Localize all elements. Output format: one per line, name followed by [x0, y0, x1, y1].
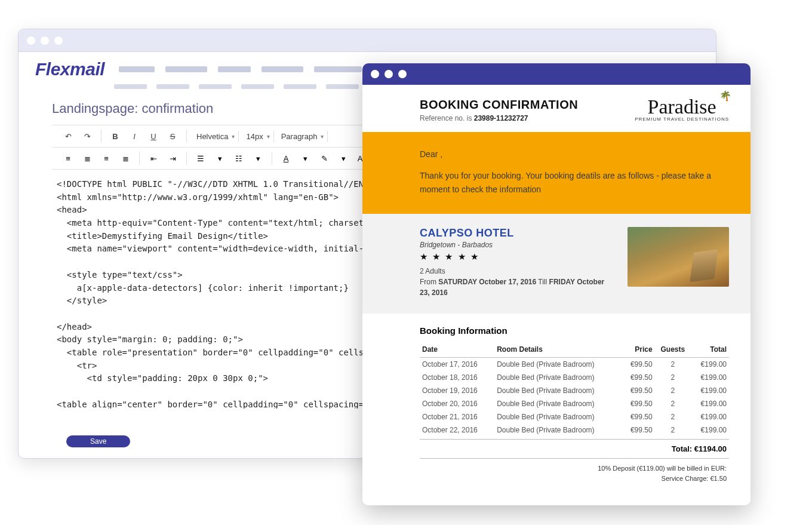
hotel-meta: 2 Adults From SATURDAY October 17, 2016 … — [420, 266, 613, 298]
confirmation-header: BOOKING CONFIRMATION Reference no. is 23… — [362, 85, 751, 132]
brand-logo: Flexmail — [35, 59, 104, 79]
strike-button[interactable]: S — [165, 129, 180, 143]
cell-price: €99.50 — [622, 371, 655, 384]
hotel-guests: 2 Adults — [420, 266, 613, 277]
brand-name: Paradise 🌴 — [635, 98, 729, 116]
cell-guests: 2 — [655, 358, 691, 372]
list-style2-button[interactable]: ▾ — [250, 151, 266, 165]
table-row: October 19, 2016Double Bed (Private Badr… — [420, 384, 729, 397]
preview-window: BOOKING CONFIRMATION Reference no. is 23… — [362, 63, 751, 505]
reference-label: Reference no. is — [420, 114, 474, 122]
block-format-select[interactable]: Paragraph ▾ — [278, 131, 328, 142]
table-row: October 18, 2016Double Bed (Private Badr… — [420, 371, 729, 384]
cell-guests: 2 — [655, 384, 691, 397]
align-center-button[interactable]: ≣ — [79, 151, 95, 165]
reference-value: 23989-11232727 — [474, 114, 528, 122]
window-dot[interactable] — [54, 36, 63, 45]
col-price: Price — [622, 342, 655, 358]
window-dot[interactable] — [398, 70, 407, 78]
highlight-button[interactable]: ✎ — [316, 151, 332, 165]
cell-total: €199.00 — [691, 384, 729, 397]
cell-date: October 22, 2016 — [420, 423, 494, 440]
cell-price: €99.50 — [622, 423, 655, 440]
intro-block: Dear , Thank you for your booking. Your … — [362, 132, 751, 214]
font-family-select[interactable]: Helvetica ▾ — [193, 131, 239, 142]
cell-room: Double Bed (Private Badroom) — [494, 423, 622, 440]
hotel-stars: ★ ★ ★ ★ ★ — [420, 251, 613, 262]
chevron-down-icon: ▾ — [232, 133, 235, 140]
cell-price: €99.50 — [622, 384, 655, 397]
cell-price: €99.50 — [622, 410, 655, 423]
unordered-list-button[interactable]: ☷ — [231, 151, 247, 165]
booking-heading: Booking Information — [420, 326, 729, 336]
window-dot[interactable] — [27, 36, 35, 45]
cell-date: October 18, 2016 — [420, 371, 494, 384]
outdent-button[interactable]: ⇤ — [146, 151, 161, 165]
cell-price: €99.50 — [622, 397, 655, 410]
booking-table: Date Room Details Price Guests Total Oct… — [420, 342, 729, 440]
underline-button[interactable]: U — [146, 129, 161, 143]
cell-room: Double Bed (Private Badroom) — [494, 410, 622, 423]
table-row: October 17, 2016Double Bed (Private Badr… — [420, 358, 729, 372]
table-row: October 21, 2016Double Bed (Private Badr… — [420, 410, 729, 423]
cell-total: €199.00 — [691, 410, 729, 423]
cell-guests: 2 — [655, 371, 691, 384]
font-size-label: 14px — [246, 132, 263, 141]
redo-button[interactable]: ↷ — [79, 129, 95, 143]
cell-date: October 17, 2016 — [420, 358, 494, 372]
text-color-button[interactable]: A — [278, 151, 294, 165]
hotel-name: CALYPSO HOTEL — [420, 227, 613, 240]
intro-body: Thank you for your booking. Your booking… — [420, 169, 723, 196]
window-dot[interactable] — [385, 70, 393, 78]
palm-icon: 🌴 — [719, 92, 731, 100]
till-label: Till — [536, 278, 549, 286]
cell-guests: 2 — [655, 410, 691, 423]
brand-name-text: Paradise — [647, 96, 716, 118]
font-size-select[interactable]: 14px ▾ — [242, 131, 273, 142]
undo-button[interactable]: ↶ — [60, 129, 76, 143]
hotel-dates: From SATURDAY October 17, 2016 Till FRID… — [420, 277, 613, 298]
from-value: SATURDAY October 17, 2016 — [438, 278, 536, 286]
cell-total: €199.00 — [691, 371, 729, 384]
hotel-block: CALYPSO HOTEL Bridgetown - Barbados ★ ★ … — [362, 214, 751, 314]
window-dot[interactable] — [371, 70, 379, 78]
align-left-button[interactable]: ≡ — [60, 151, 76, 165]
editor-titlebar — [19, 29, 716, 52]
greeting: Dear , — [420, 148, 723, 161]
grand-total: Total: €1194.00 — [420, 440, 729, 459]
cell-room: Double Bed (Private Badroom) — [494, 384, 622, 397]
cell-date: October 21, 2016 — [420, 410, 494, 423]
block-format-label: Paragraph — [281, 132, 318, 141]
cell-date: October 20, 2016 — [420, 397, 494, 410]
indent-button[interactable]: ⇥ — [165, 151, 180, 165]
cell-price: €99.50 — [622, 358, 655, 372]
col-guests: Guests — [655, 342, 691, 358]
confirmation-title: BOOKING CONFIRMATION — [420, 98, 578, 112]
hotel-image — [628, 227, 729, 287]
brand-logo: Paradise 🌴 PREMIUM TRAVEL DESTINATIONS — [635, 98, 729, 122]
booking-footnotes: 10% Deposit (€119.00) will be billed in … — [420, 459, 729, 483]
preview-titlebar — [362, 63, 751, 85]
cell-total: €199.00 — [691, 358, 729, 372]
align-right-button[interactable]: ≡ — [99, 151, 114, 165]
bold-button[interactable]: B — [107, 129, 123, 143]
window-dot[interactable] — [41, 36, 49, 45]
ordered-list-button[interactable]: ☰ — [193, 151, 208, 165]
cell-guests: 2 — [655, 423, 691, 440]
list-style-button[interactable]: ▾ — [212, 151, 227, 165]
text-color-more-button[interactable]: ▾ — [297, 151, 313, 165]
table-row: October 20, 2016Double Bed (Private Badr… — [420, 397, 729, 410]
cell-date: October 19, 2016 — [420, 384, 494, 397]
save-button[interactable]: Save — [66, 435, 130, 447]
hotel-location: Bridgetown - Barbados — [420, 241, 613, 249]
cell-room: Double Bed (Private Badroom) — [494, 371, 622, 384]
chevron-down-icon: ▾ — [267, 133, 270, 140]
table-row: October 22, 2016Double Bed (Private Badr… — [420, 423, 729, 440]
italic-button[interactable]: I — [127, 129, 142, 143]
cell-room: Double Bed (Private Badroom) — [494, 397, 622, 410]
highlight-more-button[interactable]: ▾ — [336, 151, 351, 165]
align-justify-button[interactable]: ≣ — [118, 151, 133, 165]
font-family-label: Helvetica — [196, 132, 228, 141]
preview-body: BOOKING CONFIRMATION Reference no. is 23… — [362, 85, 751, 505]
reference-line: Reference no. is 23989-11232727 — [420, 114, 578, 122]
